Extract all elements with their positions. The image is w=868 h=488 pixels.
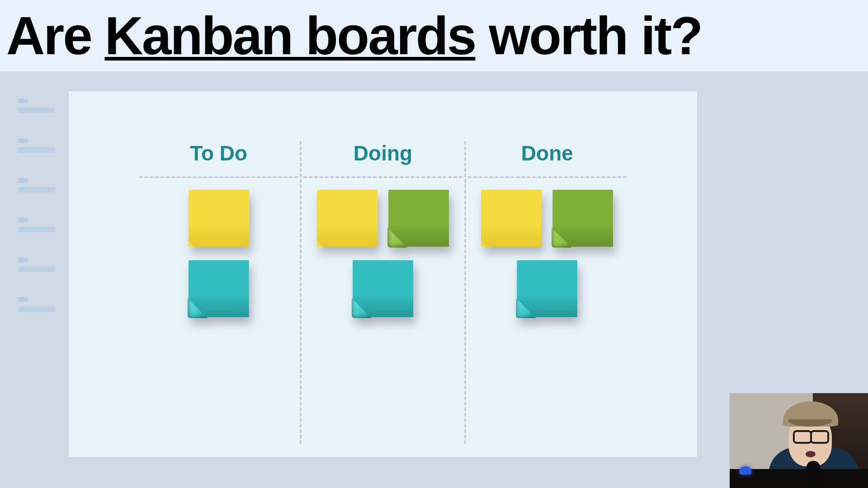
sticky-note[interactable] [388, 190, 449, 247]
lamp-icon [740, 466, 751, 474]
sticky-note[interactable] [517, 260, 577, 317]
sidebar-placeholder [18, 99, 59, 312]
title-pre: Are [6, 6, 105, 66]
sidebar-placeholder-item [18, 218, 59, 232]
column-notes [301, 178, 465, 317]
column-header: Done [465, 141, 629, 176]
sidebar-placeholder-item [18, 138, 59, 153]
sticky-note[interactable] [481, 190, 542, 247]
kanban-columns: To Do Doing [137, 141, 629, 317]
title-emphasis: Kanban boards [105, 6, 476, 66]
sticky-note[interactable] [189, 260, 249, 317]
sticky-note[interactable] [189, 190, 249, 247]
column-separator [300, 141, 302, 444]
stage: To Do Doing [0, 71, 868, 488]
kanban-column-todo: To Do [137, 141, 301, 317]
column-header: Doing [301, 141, 465, 176]
page-title: Are Kanban boards worth it? [6, 5, 702, 66]
column-header: To Do [137, 141, 301, 176]
column-notes [137, 178, 301, 317]
microphone-icon [807, 461, 820, 488]
sticky-note[interactable] [317, 190, 377, 247]
sticky-note[interactable] [552, 190, 613, 247]
title-post: worth it? [475, 6, 702, 66]
sticky-note[interactable] [353, 260, 413, 317]
sidebar-placeholder-item [18, 178, 59, 192]
kanban-column-done: Done [465, 141, 629, 317]
presenter-webcam [730, 393, 868, 488]
sidebar-placeholder-item [18, 258, 59, 272]
column-notes [465, 178, 629, 317]
kanban-board: To Do Doing [69, 91, 697, 457]
title-bar: Are Kanban boards worth it? [0, 0, 868, 71]
kanban-column-doing: Doing [301, 141, 465, 317]
sidebar-placeholder-item [18, 297, 59, 312]
sidebar-placeholder-item [18, 99, 59, 113]
